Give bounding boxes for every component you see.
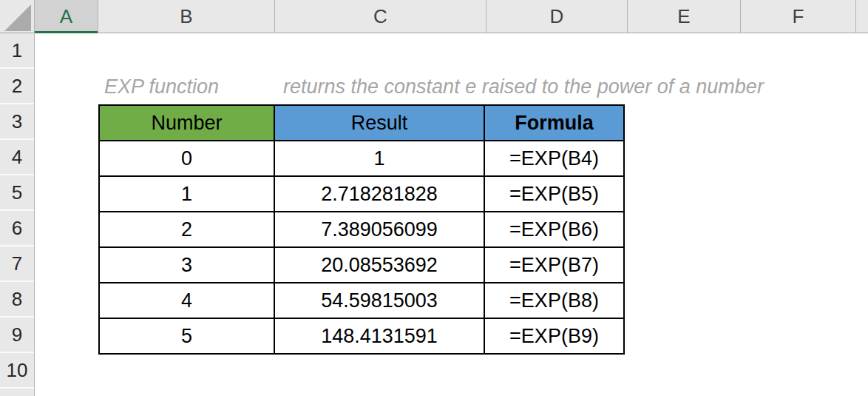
cell-formula[interactable]: =EXP(B9)	[484, 318, 624, 354]
function-description-cell[interactable]: returns the constant e raised to the pow…	[283, 69, 764, 104]
cell-number[interactable]: 0	[99, 141, 274, 176]
cell-number[interactable]: 4	[99, 283, 274, 318]
cell-result[interactable]: 148.4131591	[274, 318, 484, 354]
table-row: 5148.4131591=EXP(B9)	[99, 318, 624, 354]
row-header-partial[interactable]	[0, 389, 34, 396]
cell-result[interactable]: 1	[274, 141, 484, 176]
cell-number[interactable]: 1	[99, 176, 274, 212]
row-header-6[interactable]: 6	[0, 211, 34, 246]
row-header-10[interactable]: 10	[0, 353, 34, 389]
row-header-8[interactable]: 8	[0, 282, 34, 318]
column-header-row: ABCDEF	[0, 0, 868, 33]
table-body: 01=EXP(B4)12.718281828=EXP(B5)27.3890560…	[99, 141, 624, 354]
column-header-d[interactable]: D	[486, 0, 628, 33]
cell-result[interactable]: 20.08553692	[274, 247, 484, 283]
cell-formula[interactable]: =EXP(B4)	[484, 141, 624, 176]
select-all-triangle-icon	[4, 4, 31, 31]
cell-formula[interactable]: =EXP(B5)	[484, 176, 624, 212]
row-header-1[interactable]: 1	[0, 33, 34, 69]
cell-result[interactable]: 7.389056099	[274, 212, 484, 247]
row-header-7[interactable]: 7	[0, 246, 34, 282]
column-header-b[interactable]: B	[98, 0, 275, 33]
table-header-number[interactable]: Number	[99, 105, 274, 141]
cell-result[interactable]: 54.59815003	[274, 283, 484, 318]
row-header-column: 12345678910	[0, 33, 35, 396]
table-row: 454.59815003=EXP(B8)	[99, 283, 624, 318]
column-header-a[interactable]: A	[35, 0, 98, 33]
table-header-formula[interactable]: Formula	[484, 105, 624, 141]
row-header-5[interactable]: 5	[0, 175, 34, 211]
cell-result[interactable]: 2.718281828	[274, 176, 484, 212]
table-row: 27.389056099=EXP(B6)	[99, 212, 624, 247]
table-row: 01=EXP(B4)	[99, 141, 624, 176]
select-all-corner[interactable]	[0, 0, 35, 33]
row-header-4[interactable]: 4	[0, 140, 34, 175]
cell-formula[interactable]: =EXP(B8)	[484, 283, 624, 318]
cell-number[interactable]: 2	[99, 212, 274, 247]
cell-formula[interactable]: =EXP(B7)	[484, 247, 624, 283]
table-header-result[interactable]: Result	[274, 105, 484, 141]
column-header-f[interactable]: F	[741, 0, 856, 33]
row-header-2[interactable]: 2	[0, 69, 34, 104]
exp-function-table: NumberResultFormula 01=EXP(B4)12.7182818…	[98, 104, 625, 355]
cell-number[interactable]: 5	[99, 318, 274, 354]
table-row: 12.718281828=EXP(B5)	[99, 176, 624, 212]
column-header-e[interactable]: E	[628, 0, 741, 33]
table-header-row: NumberResultFormula	[99, 105, 624, 141]
cell-number[interactable]: 3	[99, 247, 274, 283]
row-header-9[interactable]: 9	[0, 318, 34, 353]
cell-formula[interactable]: =EXP(B6)	[484, 212, 624, 247]
column-header-partial[interactable]	[856, 0, 868, 33]
function-name-cell[interactable]: EXP function	[104, 69, 219, 104]
column-header-c[interactable]: C	[275, 0, 486, 33]
table-row: 320.08553692=EXP(B7)	[99, 247, 624, 283]
row-header-3[interactable]: 3	[0, 104, 34, 140]
spreadsheet-window: ABCDEF 12345678910 EXP function returns …	[0, 0, 868, 396]
